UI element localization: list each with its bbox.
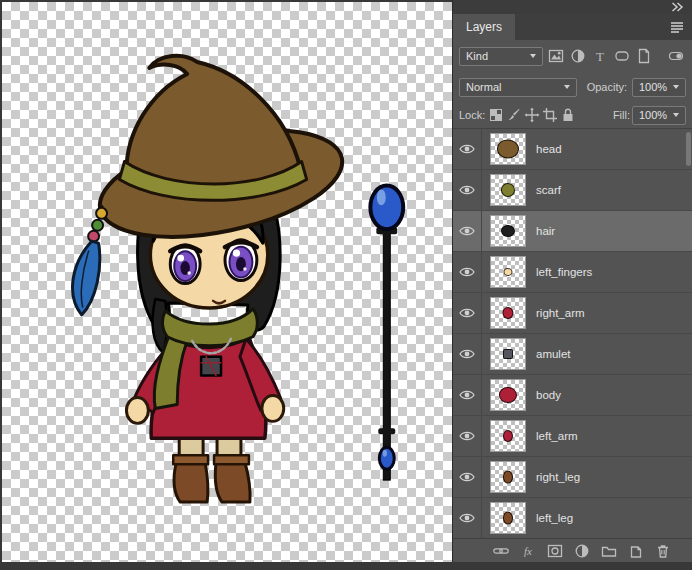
layer-name: right_arm: [536, 307, 585, 319]
adjustment-layers-filter-icon[interactable]: [568, 47, 588, 65]
fill-value: 100%: [639, 109, 667, 121]
fill-label: Fill:: [613, 109, 630, 121]
kind-filter-dropdown[interactable]: Kind: [459, 47, 543, 66]
layer-filtering-toggle[interactable]: [666, 47, 686, 65]
character-illustration: [73, 56, 352, 502]
layer-thumbnail-sprite: [503, 512, 513, 525]
blend-mode-dropdown[interactable]: Normal: [459, 78, 577, 97]
fill-dropdown[interactable]: 100%: [632, 106, 686, 125]
layer-thumbnail-sprite: [504, 268, 513, 276]
layer-visibility-toggle[interactable]: [453, 129, 482, 169]
layer-thumbnail[interactable]: [490, 174, 526, 206]
layer-list: headscarfhairleft_fingersright_armamulet…: [453, 128, 692, 538]
chevron-down-icon: [564, 85, 570, 89]
pixel-layers-filter-icon[interactable]: [546, 47, 566, 65]
opacity-dropdown[interactable]: 100%: [632, 78, 686, 97]
tab-layers[interactable]: Layers: [453, 14, 515, 40]
layer-name: right_leg: [536, 471, 580, 483]
add-layer-mask-icon[interactable]: [546, 542, 564, 560]
blend-opacity-row: Normal Opacity: 100%: [453, 72, 692, 102]
layer-row-left_leg[interactable]: left_leg: [453, 498, 692, 538]
lock-artboard-icon[interactable]: [541, 106, 558, 124]
layer-thumbnail[interactable]: [490, 297, 526, 329]
svg-text:fx: fx: [524, 545, 532, 557]
layer-visibility-toggle[interactable]: [453, 170, 482, 210]
layer-row-right_leg[interactable]: right_leg: [453, 457, 692, 498]
layer-visibility-toggle[interactable]: [453, 375, 482, 415]
layers-panel: Layers Kind T Normal Opacity: 100% Lock:: [452, 0, 692, 562]
layer-thumbnail-sprite: [501, 225, 515, 237]
layer-name: body: [536, 389, 561, 401]
layer-thumbnail-sprite: [497, 140, 519, 159]
layer-thumbnail[interactable]: [490, 133, 526, 165]
new-adjustment-layer-icon[interactable]: [573, 542, 591, 560]
layer-thumbnail[interactable]: [490, 256, 526, 288]
layer-row-left_arm[interactable]: left_arm: [453, 416, 692, 457]
type-layers-filter-icon[interactable]: T: [590, 47, 610, 65]
layer-name: hair: [536, 225, 555, 237]
layer-thumbnail[interactable]: [490, 338, 526, 370]
chevron-down-icon: [673, 85, 679, 89]
layer-thumbnail-sprite: [499, 387, 517, 403]
document-canvas[interactable]: [2, 2, 452, 562]
layer-name: head: [536, 143, 562, 155]
layer-style-icon[interactable]: fx: [519, 542, 537, 560]
layer-visibility-toggle[interactable]: [453, 252, 482, 292]
smart-object-filter-icon[interactable]: [634, 47, 654, 65]
panel-menu-icon[interactable]: [668, 19, 686, 35]
lock-transparent-pixels-icon[interactable]: [487, 106, 504, 124]
layer-thumbnail[interactable]: [490, 215, 526, 247]
new-layer-icon[interactable]: [627, 542, 645, 560]
layers-panel-footer: fx: [453, 538, 692, 562]
panel-header-strip: [453, 0, 692, 14]
svg-text:T: T: [596, 49, 604, 64]
layer-name: left_arm: [536, 430, 578, 442]
layer-thumbnail-sprite: [501, 183, 515, 197]
canvas-artwork: [2, 2, 452, 562]
layer-name: left_fingers: [536, 266, 592, 278]
layer-name: scarf: [536, 184, 561, 196]
kind-filter-value: Kind: [466, 50, 488, 62]
layer-thumbnail[interactable]: [490, 379, 526, 411]
layer-thumbnail[interactable]: [490, 502, 526, 534]
layer-thumbnail-sprite: [503, 349, 513, 359]
layer-row-head[interactable]: head: [453, 129, 692, 170]
layer-thumbnail[interactable]: [490, 420, 526, 452]
layer-row-scarf[interactable]: scarf: [453, 170, 692, 211]
layer-name: amulet: [536, 348, 571, 360]
staff-illustration: [370, 185, 403, 480]
chevron-down-icon: [530, 54, 536, 58]
layer-visibility-toggle[interactable]: [453, 334, 482, 374]
new-group-icon[interactable]: [600, 542, 618, 560]
layer-filter-row: Kind T: [453, 40, 692, 72]
layer-visibility-toggle[interactable]: [453, 211, 482, 251]
layer-thumbnail-sprite: [503, 307, 514, 319]
opacity-value: 100%: [639, 81, 667, 93]
layer-row-right_arm[interactable]: right_arm: [453, 293, 692, 334]
delete-layer-icon[interactable]: [654, 542, 672, 560]
opacity-label: Opacity:: [587, 81, 627, 93]
layer-visibility-toggle[interactable]: [453, 293, 482, 333]
layer-visibility-toggle[interactable]: [453, 498, 482, 538]
layer-name: left_leg: [536, 512, 573, 524]
layer-row-body[interactable]: body: [453, 375, 692, 416]
application-window: Layers Kind T Normal Opacity: 100% Lock:: [0, 0, 692, 570]
lock-label: Lock:: [459, 109, 485, 121]
layer-visibility-toggle[interactable]: [453, 457, 482, 497]
lock-image-pixels-icon[interactable]: [505, 106, 522, 124]
blend-mode-value: Normal: [466, 81, 501, 93]
layer-thumbnail[interactable]: [490, 461, 526, 493]
chevron-down-icon: [673, 113, 679, 117]
layer-thumbnail-sprite: [503, 471, 513, 484]
layer-visibility-toggle[interactable]: [453, 416, 482, 456]
lock-fill-row: Lock: Fill: 100%: [453, 102, 692, 128]
layer-row-hair[interactable]: hair: [453, 211, 692, 252]
lock-all-icon[interactable]: [559, 106, 576, 124]
layer-list-scrollbar[interactable]: [686, 132, 691, 166]
layer-thumbnail-sprite: [503, 430, 513, 442]
shape-layers-filter-icon[interactable]: [612, 47, 632, 65]
lock-position-icon[interactable]: [523, 106, 540, 124]
layer-row-amulet[interactable]: amulet: [453, 334, 692, 375]
layer-row-left_fingers[interactable]: left_fingers: [453, 252, 692, 293]
link-layers-icon[interactable]: [492, 542, 510, 560]
